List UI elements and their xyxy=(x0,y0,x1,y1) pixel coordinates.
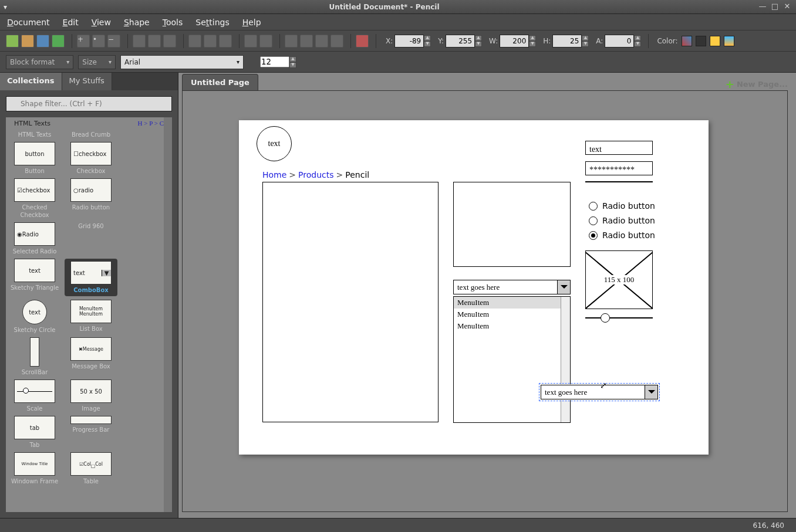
hr-shape[interactable] xyxy=(585,181,653,182)
shape-checkbox[interactable]: ☐ checkboxCheckbox xyxy=(65,142,117,175)
send-backward-icon[interactable] xyxy=(315,35,328,48)
minimize-button[interactable]: — xyxy=(757,2,768,12)
radio-shape-2[interactable]: Radio button xyxy=(589,216,655,225)
zoom-reset-icon[interactable]: • xyxy=(92,35,105,48)
breadcrumb-home[interactable]: Home xyxy=(262,170,286,179)
image-shape[interactable]: 115 x 100 xyxy=(585,250,653,309)
drawing-canvas[interactable]: text Home>Products>Pencil text *********… xyxy=(239,120,709,455)
lock-icon[interactable] xyxy=(356,35,369,48)
save-icon[interactable] xyxy=(36,35,49,48)
menu-shape[interactable]: Shape xyxy=(124,18,150,27)
status-coords: 616, 460 xyxy=(753,521,784,530)
shape-html-texts[interactable]: HTML Texts xyxy=(8,131,61,138)
menu-settings[interactable]: Settings xyxy=(195,18,229,27)
shape-window-frame[interactable]: Window TitleWindown Frame xyxy=(8,452,61,485)
tab-collections[interactable]: Collections xyxy=(0,73,62,90)
bg-color-swatch[interactable] xyxy=(724,36,734,46)
align-left-icon[interactable] xyxy=(133,35,146,48)
distribute-h-icon[interactable] xyxy=(244,35,257,48)
listbox-shape[interactable]: MenuItem MenuItem MenuItem xyxy=(453,296,571,423)
listbox-scrollbar[interactable] xyxy=(561,297,570,422)
shape-selected-radio[interactable]: ◉ RadioSelected Radio xyxy=(8,222,61,255)
shape-filter-input[interactable] xyxy=(6,96,172,111)
a-spinner[interactable]: ▲▼ xyxy=(634,35,641,47)
menu-document[interactable]: Document xyxy=(7,18,50,27)
shape-table[interactable]: ☑ Col☐ ColTable xyxy=(65,452,117,485)
app-menu-icon[interactable]: ▾ xyxy=(4,3,13,11)
list-item[interactable]: MenuItem xyxy=(454,320,570,332)
close-button[interactable]: ✕ xyxy=(782,2,792,12)
y-spinner[interactable]: ▲▼ xyxy=(475,35,482,47)
panel-shape-2[interactable] xyxy=(453,182,571,267)
font-size-input[interactable] xyxy=(260,56,289,67)
menu-view[interactable]: View xyxy=(92,18,111,27)
h-spinner[interactable]: ▲▼ xyxy=(582,35,589,47)
send-back-icon[interactable] xyxy=(330,35,343,48)
list-item[interactable]: MenuItem xyxy=(454,309,570,320)
menu-tools[interactable]: Tools xyxy=(163,18,183,27)
text-color-swatch[interactable] xyxy=(682,36,692,46)
stroke-color-swatch[interactable] xyxy=(696,36,706,46)
combobox-shape-2[interactable]: text goes here xyxy=(541,385,658,399)
canvas-pad[interactable]: text Home>Products>Pencil text *********… xyxy=(182,90,788,512)
shape-bread-crumb[interactable]: Bread Crumb xyxy=(65,131,117,138)
radio-shape-3[interactable]: Radio button xyxy=(589,231,655,240)
x-input[interactable] xyxy=(394,35,424,48)
menu-help[interactable]: Help xyxy=(242,18,261,27)
zoom-out-icon[interactable]: − xyxy=(107,35,120,48)
fill-color-swatch[interactable] xyxy=(710,36,720,46)
w-input[interactable] xyxy=(500,35,529,48)
radio-shape-1[interactable]: Radio button xyxy=(589,201,655,211)
zoom-in-icon[interactable]: + xyxy=(77,35,90,48)
shape-image[interactable]: 50 x 50Image xyxy=(65,379,117,412)
slider-shape[interactable] xyxy=(585,317,653,318)
h-input[interactable] xyxy=(552,35,582,48)
shape-combobox[interactable]: text▼ComboBox xyxy=(65,259,117,296)
a-input[interactable] xyxy=(605,35,634,48)
shape-list-scrollbar[interactable] xyxy=(164,117,172,512)
new-page-button[interactable]: +New Page... xyxy=(726,78,788,90)
tab-mystuffs[interactable]: My Stuffs xyxy=(62,73,112,90)
open-icon[interactable] xyxy=(21,35,34,48)
sketchy-circle-shape[interactable]: text xyxy=(257,126,292,161)
align-middle-icon[interactable] xyxy=(204,35,217,48)
shape-button[interactable]: buttonButton xyxy=(8,142,61,175)
text-input-shape[interactable]: text xyxy=(585,141,653,155)
y-input[interactable] xyxy=(446,35,475,48)
new-icon[interactable] xyxy=(6,35,19,48)
shape-radio[interactable]: ○ radioRadio button xyxy=(65,178,117,219)
page-tab-untitled[interactable]: Untitled Page xyxy=(182,74,258,90)
shape-listbox[interactable]: MenuItem MenuItemList Box xyxy=(65,300,117,334)
font-family-combo[interactable]: Arial▾ xyxy=(120,55,244,69)
maximize-button[interactable]: □ xyxy=(770,2,780,12)
x-spinner[interactable]: ▲▼ xyxy=(424,35,431,47)
shape-messagebox[interactable]: ✖ MessageMessage Box xyxy=(65,337,117,376)
bring-front-icon[interactable] xyxy=(285,35,298,48)
shape-sketchy-circle[interactable]: textSketchy Circle xyxy=(8,300,61,334)
w-spinner[interactable]: ▲▼ xyxy=(529,35,536,47)
shape-grid960[interactable]: Grid 960 xyxy=(65,222,117,255)
align-center-icon[interactable] xyxy=(148,35,161,48)
shape-tab[interactable]: tabTab xyxy=(8,416,61,449)
list-item[interactable]: MenuItem xyxy=(454,297,570,309)
shape-scrollbar[interactable]: ScrollBar xyxy=(8,337,61,376)
shape-checked-checkbox[interactable]: ☑ checkboxChecked Checkbox xyxy=(8,178,61,219)
breadcrumb-shape[interactable]: Home>Products>Pencil xyxy=(262,170,369,180)
combobox-shape-1[interactable]: text goes here xyxy=(453,280,571,294)
shape-scale[interactable]: Scale xyxy=(8,379,61,412)
breadcrumb-products[interactable]: Products xyxy=(298,170,333,179)
bring-forward-icon[interactable] xyxy=(300,35,313,48)
panel-shape-1[interactable] xyxy=(262,182,439,422)
font-size-combo[interactable]: Size▾ xyxy=(78,55,116,69)
fontsize-spinner[interactable]: ▲▼ xyxy=(289,56,296,68)
password-input-shape[interactable]: *********** xyxy=(585,161,653,175)
distribute-v-icon[interactable] xyxy=(259,35,272,48)
shape-progressbar[interactable]: Progress Bar xyxy=(65,416,117,449)
align-right-icon[interactable] xyxy=(163,35,176,48)
block-format-combo[interactable]: Block format▾ xyxy=(6,55,73,69)
align-top-icon[interactable] xyxy=(188,35,201,48)
menu-edit[interactable]: Edit xyxy=(63,18,79,27)
align-bottom-icon[interactable] xyxy=(219,35,232,48)
export-icon[interactable] xyxy=(52,35,65,48)
shape-sketchy-triangle[interactable]: textSketchy Triangle xyxy=(8,259,61,296)
